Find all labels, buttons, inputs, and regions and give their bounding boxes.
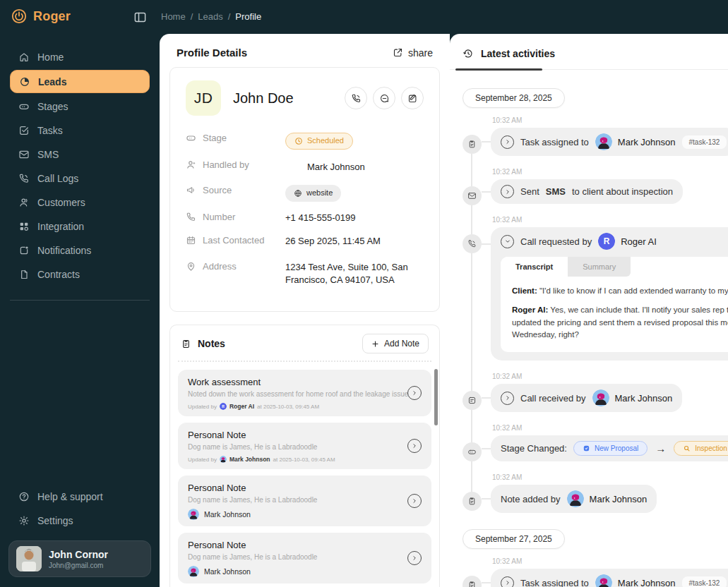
- proposal-icon: [583, 444, 590, 452]
- transcript-text: Yes, we can include that. I'll notify yo…: [548, 305, 728, 314]
- activity-card[interactable]: Note added byMark Johnson: [491, 485, 657, 513]
- share-button[interactable]: share: [393, 47, 433, 59]
- activity-card[interactable]: Stage Changed:New Proposal→Inspection Sc…: [491, 435, 728, 461]
- activity-user[interactable]: Mark Johnson: [592, 389, 673, 406]
- integration-icon: [18, 221, 30, 232]
- activity-text: Call requested by: [520, 236, 592, 247]
- phone-call-icon: [351, 93, 362, 104]
- timeline-date-pill: September 27, 2025: [463, 529, 565, 549]
- sidebar-item-stages[interactable]: Stages: [10, 95, 150, 117]
- note-updated-prefix: Updated by: [188, 456, 217, 463]
- source-label: Source: [203, 185, 232, 195]
- activity-card[interactable]: SentSMSto client about inspection: [491, 179, 683, 204]
- activity-user[interactable]: Mark Johnson: [595, 574, 676, 587]
- sidebar-item-contracts[interactable]: Contracts: [10, 263, 150, 285]
- edit-button[interactable]: [401, 87, 424, 109]
- activities-panel: Latest activities September 28, 202510:3…: [450, 34, 728, 587]
- tab-transcript[interactable]: Transcript: [501, 257, 568, 277]
- activity-group: 10:32 AMTask assigned toMark Johnson#tas…: [463, 557, 728, 587]
- activity-time: 10:32 AM: [492, 424, 728, 432]
- activity-ai-user[interactable]: RRoger AI: [598, 233, 657, 250]
- sidebar-item-integration[interactable]: Integration: [10, 215, 150, 237]
- sidebar-item-sms[interactable]: SMS: [10, 143, 150, 165]
- sidebar-item-label: Help & support: [37, 491, 103, 502]
- note-title: Personal Note: [188, 540, 422, 550]
- sidebar-item-notifications[interactable]: Notifications: [10, 239, 150, 261]
- activity-item: 10:32 AMSentSMSto client about inspectio…: [463, 168, 728, 204]
- activity-card[interactable]: Task assigned toMark Johnson#task-13210:…: [491, 569, 728, 587]
- app-logo: Roger: [11, 8, 71, 25]
- message-button[interactable]: [373, 87, 395, 109]
- stage-badge: Inspection Scheduled: [674, 441, 728, 456]
- activity-card[interactable]: Call requested byRRoger AITranscriptSumm…: [491, 227, 728, 361]
- chevron-right-icon[interactable]: [501, 392, 514, 405]
- address-value: 1234 Test Ave, Suite 100, San Francisco,…: [285, 261, 424, 288]
- note-list-item[interactable]: Work assessmentNoted down the work asses…: [178, 370, 431, 416]
- sidebar-item-settings[interactable]: Settings: [10, 509, 150, 531]
- transcript-line: Client: "I'd like to know if I can add e…: [512, 285, 728, 297]
- activity-card[interactable]: Call received byMark Johnson: [491, 384, 682, 412]
- activity-item: 10:32 AMTask assigned toMark Johnson#tas…: [463, 116, 728, 156]
- activities-title: Latest activities: [481, 48, 555, 59]
- sidebar-item-tasks[interactable]: Tasks: [10, 119, 150, 141]
- last-contacted-label: Last Contacted: [203, 235, 264, 246]
- mark-johnson-avatar: [592, 389, 609, 406]
- user-card[interactable]: John Cornor John@gmail.com: [8, 540, 151, 577]
- sidebar: HomeLeadsStagesTasksSMSCall LogsCustomer…: [0, 34, 160, 587]
- note-updated-time: at 2025-10-03, 09:45 AM: [273, 456, 335, 463]
- sidebar-item-help[interactable]: Help & support: [10, 485, 150, 507]
- source-badge[interactable]: website: [285, 185, 341, 202]
- notifications-icon: [18, 245, 30, 256]
- note-list-item[interactable]: Personal NoteDog name is James, He is a …: [178, 476, 431, 526]
- activity-user[interactable]: Mark Johnson: [567, 490, 648, 507]
- user-name: John Cornor: [49, 549, 108, 560]
- stage-badge[interactable]: Scheduled: [285, 133, 353, 150]
- calendar-icon: [186, 235, 196, 246]
- note-author: Mark Johnson: [204, 510, 251, 519]
- history-icon: [463, 48, 474, 59]
- mark-johnson-avatar: [567, 490, 584, 507]
- sidebar-toggle-icon[interactable]: [133, 11, 147, 24]
- stage-badge-label: New Proposal: [595, 444, 638, 452]
- call-icon: [463, 234, 482, 253]
- chevron-right-icon[interactable]: [501, 135, 514, 149]
- breadcrumb-leads[interactable]: Leads: [198, 11, 222, 22]
- activity-text: Task assigned to: [520, 578, 589, 587]
- handled-by-user[interactable]: Mark Johnson: [285, 159, 365, 175]
- timeline-date-pill: September 28, 2025: [463, 88, 565, 108]
- chevron-right-icon[interactable]: [407, 439, 422, 453]
- plus-icon: [371, 340, 379, 348]
- page-title: Profile Details: [177, 47, 247, 59]
- chevron-right-icon[interactable]: [501, 576, 514, 587]
- note-list-item[interactable]: Personal NoteDog name is James, He is a …: [178, 423, 431, 469]
- chevron-right-icon[interactable]: [407, 386, 422, 400]
- sidebar-item-home[interactable]: Home: [10, 46, 150, 68]
- note-updated-meta: Updated byMark Johnsonat 2025-10-03, 09:…: [188, 456, 422, 463]
- add-note-button[interactable]: Add Note: [362, 334, 429, 353]
- notes-list: Work assessmentNoted down the work asses…: [178, 361, 431, 587]
- notes-scrollbar[interactable]: [434, 369, 438, 425]
- note-list-item[interactable]: Personal NoteDog name is James, He is a …: [178, 533, 431, 583]
- sidebar-item-label: Stages: [37, 101, 68, 112]
- stages-icon: [18, 101, 30, 112]
- mark-johnson-avatar: [595, 133, 612, 150]
- sidebar-item-customers[interactable]: Customers: [10, 191, 150, 213]
- activity-card[interactable]: Task assigned toMark Johnson#task-132: [491, 128, 728, 156]
- sidebar-item-call-logs[interactable]: Call Logs: [10, 167, 150, 189]
- breadcrumb-home[interactable]: Home: [161, 11, 186, 22]
- chevron-right-icon[interactable]: [501, 185, 514, 198]
- sidebar-item-leads[interactable]: Leads: [10, 70, 150, 93]
- mark-johnson-avatar: [595, 574, 612, 587]
- breadcrumb: Home / Leads / Profile: [161, 11, 261, 22]
- chevron-down-icon[interactable]: [501, 235, 514, 248]
- chevron-right-icon[interactable]: [407, 494, 422, 508]
- call-button[interactable]: [345, 87, 367, 109]
- chevron-right-icon[interactable]: [407, 551, 422, 565]
- activity-user[interactable]: Mark Johnson: [595, 133, 676, 150]
- number-label: Number: [203, 212, 235, 222]
- mark-johnson-avatar: [188, 509, 199, 520]
- activity-text: Task assigned to: [520, 137, 589, 147]
- note-author: Mark Johnson: [204, 567, 251, 576]
- tab-summary[interactable]: Summary: [568, 257, 631, 277]
- location-pin-icon: [186, 261, 196, 272]
